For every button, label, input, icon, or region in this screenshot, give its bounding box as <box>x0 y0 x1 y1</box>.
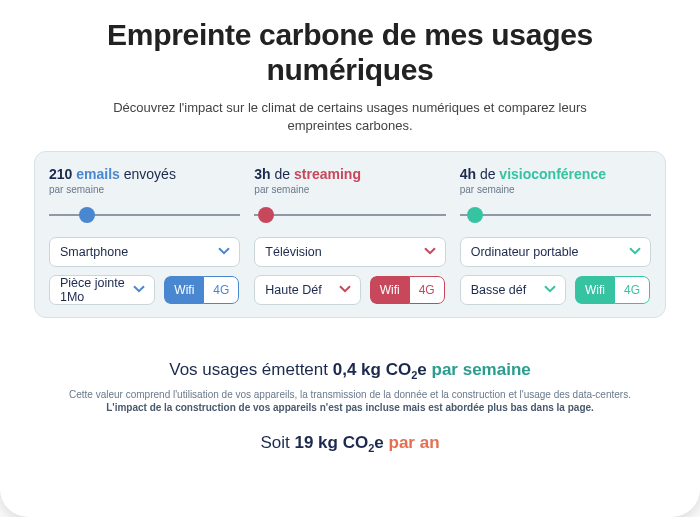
chevron-down-icon <box>629 248 641 256</box>
visio-per-week: par semaine <box>460 184 651 195</box>
disclaimer-line2: L'impact de la construction de vos appar… <box>106 402 594 413</box>
result-year-value: 19 kg CO <box>294 433 368 452</box>
disclaimer: Cette valeur comprend l'utilisation de v… <box>34 388 666 415</box>
streaming-quality-select[interactable]: Haute Déf <box>254 275 360 305</box>
emails-attachment-value: Pièce jointe 1Mo <box>60 276 126 304</box>
emails-per-week: par semaine <box>49 184 240 195</box>
visio-wifi-option[interactable]: Wifi <box>575 276 614 304</box>
visio-slider[interactable] <box>460 205 651 225</box>
streaming-wifi-option[interactable]: Wifi <box>370 276 409 304</box>
chevron-down-icon <box>424 248 436 256</box>
page-subtitle: Découvrez l'impact sur le climat de cert… <box>90 99 610 135</box>
streaming-slider-thumb[interactable] <box>258 207 274 223</box>
emails-attachment-select[interactable]: Pièce jointe 1Mo <box>49 275 155 305</box>
result-week-unit-suffix: e <box>417 360 426 379</box>
visio-column: 4h de visioconférence par semaine Ordina… <box>460 166 651 305</box>
visio-4g-option[interactable]: 4G <box>614 276 650 304</box>
controls-panel: 210 emails envoyés par semaine Smartphon… <box>34 151 666 318</box>
streaming-column: 3h de streaming par semaine Télévision H… <box>254 166 445 305</box>
visio-slider-thumb[interactable] <box>467 207 483 223</box>
emails-device-select[interactable]: Smartphone <box>49 237 240 267</box>
result-per-year: Soit 19 kg CO2e par an <box>34 433 666 454</box>
emails-slider-thumb[interactable] <box>79 207 95 223</box>
chevron-down-icon <box>133 286 145 294</box>
result-year-period: par an <box>389 433 440 452</box>
visio-word: visioconférence <box>499 166 606 182</box>
emails-title: 210 emails envoyés <box>49 166 240 182</box>
emails-network-toggle[interactable]: Wifi 4G <box>163 275 240 305</box>
result-week-prefix: Vos usages émettent <box>169 360 328 379</box>
streaming-device-value: Télévision <box>265 245 321 259</box>
emails-suffix: envoyés <box>124 166 176 182</box>
chevron-down-icon <box>218 248 230 256</box>
visio-quality-value: Basse déf <box>471 283 527 297</box>
visio-prefix: de <box>480 166 496 182</box>
main-card: Empreinte carbone de mes usages numériqu… <box>0 0 700 517</box>
streaming-quality-value: Haute Déf <box>265 283 321 297</box>
visio-device-select[interactable]: Ordinateur portable <box>460 237 651 267</box>
chevron-down-icon <box>544 286 556 294</box>
page-title: Empreinte carbone de mes usages numériqu… <box>34 18 666 87</box>
result-per-week: Vos usages émettent 0,4 kg CO2e par sema… <box>34 360 666 381</box>
emails-count: 210 <box>49 166 72 182</box>
emails-slider[interactable] <box>49 205 240 225</box>
chevron-down-icon <box>339 286 351 294</box>
streaming-title: 3h de streaming <box>254 166 445 182</box>
streaming-4g-option[interactable]: 4G <box>409 276 445 304</box>
streaming-network-toggle[interactable]: Wifi 4G <box>369 275 446 305</box>
streaming-device-select[interactable]: Télévision <box>254 237 445 267</box>
emails-word: emails <box>76 166 120 182</box>
emails-4g-option[interactable]: 4G <box>203 276 239 304</box>
streaming-word: streaming <box>294 166 361 182</box>
streaming-slider[interactable] <box>254 205 445 225</box>
streaming-count: 3h <box>254 166 270 182</box>
disclaimer-line1: Cette valeur comprend l'utilisation de v… <box>69 389 631 400</box>
result-year-unit-suffix: e <box>374 433 383 452</box>
streaming-per-week: par semaine <box>254 184 445 195</box>
visio-quality-select[interactable]: Basse déf <box>460 275 566 305</box>
visio-device-value: Ordinateur portable <box>471 245 579 259</box>
streaming-prefix: de <box>275 166 291 182</box>
emails-column: 210 emails envoyés par semaine Smartphon… <box>49 166 240 305</box>
visio-title: 4h de visioconférence <box>460 166 651 182</box>
result-year-prefix: Soit <box>260 433 289 452</box>
result-week-value: 0,4 kg CO <box>333 360 411 379</box>
emails-device-value: Smartphone <box>60 245 128 259</box>
result-week-period: par semaine <box>432 360 531 379</box>
emails-wifi-option[interactable]: Wifi <box>164 276 203 304</box>
visio-network-toggle[interactable]: Wifi 4G <box>574 275 651 305</box>
visio-count: 4h <box>460 166 476 182</box>
